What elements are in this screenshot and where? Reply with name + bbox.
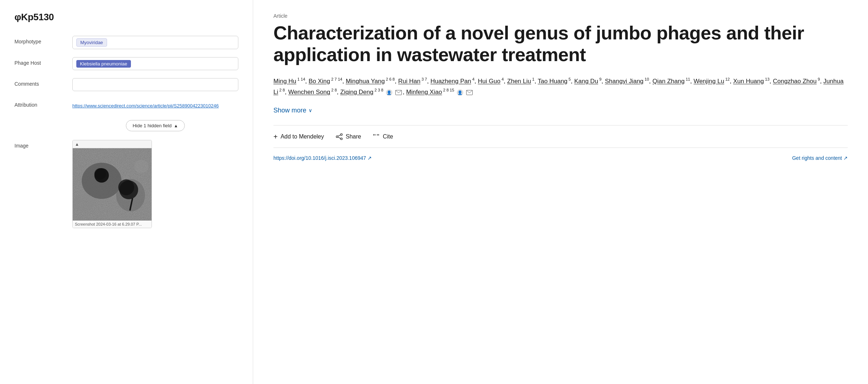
rights-link[interactable]: Get rights and content ↗ <box>792 155 848 161</box>
author-minghua-yang[interactable]: Minghua Yang <box>346 78 385 85</box>
morphotype-label: Morphotype <box>14 36 72 44</box>
author-bo-xing[interactable]: Bo Xing <box>309 78 330 85</box>
attribution-row: Attribution https://www.sciencedirect.co… <box>14 99 238 112</box>
image-label: Image <box>14 140 72 149</box>
author-huazheng-pan[interactable]: Huazheng Pan <box>430 78 471 85</box>
morphotype-tag[interactable]: Myoviridae <box>76 38 107 47</box>
author-sup-18: 2 8 15 <box>442 88 454 93</box>
external-link-icon: ↗ <box>367 155 372 161</box>
author-sup-1: 1 14 <box>296 77 305 81</box>
author-sup-7: 1 <box>531 77 534 81</box>
add-to-mendeley-button[interactable]: + Add to Mendeley <box>273 133 324 141</box>
image-section: Image ▲ <box>14 140 238 228</box>
author-sup-16: 2 8 <box>330 88 337 93</box>
author-tao-huang[interactable]: Tao Huang <box>538 78 567 85</box>
cite-icon: " " <box>373 133 380 140</box>
cite-label: Cite <box>383 133 393 140</box>
author-sup-10: 10 <box>643 77 649 81</box>
author-sup-12: 12 <box>724 77 729 81</box>
chevron-up-icon: ▲ <box>174 123 178 128</box>
author-hui-guo[interactable]: Hui Guo <box>478 78 500 85</box>
attribution-label: Attribution <box>14 99 72 108</box>
show-more-label: Show more <box>273 107 306 114</box>
article-title: Characterization of a novel genus of jum… <box>273 22 848 66</box>
divider-2 <box>273 148 848 148</box>
morphotype-value[interactable]: Myoviridae <box>72 36 238 49</box>
person-icon-2[interactable]: 👤 <box>457 89 463 96</box>
plus-icon: + <box>273 133 278 141</box>
comments-value[interactable] <box>72 78 238 91</box>
phage-host-tag[interactable]: Klebsiella pneumoniae <box>76 60 131 68</box>
left-panel: φKp5130 Morphotype Myoviridae Phage Host… <box>0 0 253 384</box>
author-shangyi-jiang[interactable]: Shangyi Jiang <box>605 78 644 85</box>
show-more-button[interactable]: Show more ∨ <box>273 107 312 114</box>
morphotype-row: Morphotype Myoviridae <box>14 36 238 49</box>
image-top-bar: ▲ <box>73 140 152 148</box>
rights-label: Get rights and content <box>792 155 842 161</box>
comments-row: Comments <box>14 78 238 91</box>
right-panel: Article Characterization of a novel genu… <box>253 0 868 384</box>
author-sup-2: 2 7 14 <box>330 77 342 81</box>
hide-field-button[interactable]: Hide 1 hidden field ▲ <box>126 120 185 131</box>
author-sup-11: 11 <box>685 77 690 81</box>
image-caption: Screenshot 2024-03-16 at 6.29.07 P... <box>73 221 152 228</box>
chevron-down-icon: ∨ <box>309 107 312 113</box>
add-to-mendeley-label: Add to Mendeley <box>281 133 324 140</box>
attribution-link[interactable]: https://www.sciencedirect.com/science/ar… <box>72 103 219 108</box>
author-wenchen-song[interactable]: Wenchen Song <box>288 89 330 95</box>
article-type: Article <box>273 13 848 19</box>
svg-text:": " <box>376 133 380 140</box>
author-sup-13: 13 <box>764 77 769 81</box>
svg-line-16 <box>338 137 341 138</box>
doi-text: https://doi.org/10.1016/j.isci.2023.1069… <box>273 155 366 161</box>
author-kang-du[interactable]: Kang Du <box>574 78 598 85</box>
author-rui-han[interactable]: Rui Han <box>398 78 420 85</box>
person-icon-1[interactable]: 👤 <box>386 89 392 96</box>
cite-button[interactable]: " " Cite <box>373 133 393 140</box>
svg-point-13 <box>340 134 342 136</box>
author-sup-15: 2 8 <box>278 88 285 93</box>
em-svg <box>73 148 152 221</box>
image-container: ▲ <box>72 140 152 228</box>
author-sup-6: 4 <box>501 77 504 81</box>
email-icon-2[interactable] <box>466 90 473 95</box>
author-sup-8: 5 <box>567 77 571 81</box>
svg-point-10 <box>134 160 149 173</box>
author-qian-zhang[interactable]: Qian Zhang <box>652 78 685 85</box>
authors-section: Ming Hu 1 14, Bo Xing 2 7 14, Minghua Ya… <box>273 76 848 98</box>
external-arrow-icon: ↗ <box>843 155 848 161</box>
phage-host-label: Phage Host <box>14 57 72 66</box>
svg-text:": " <box>373 133 376 140</box>
author-minfeng-xiao[interactable]: Minfeng Xiao <box>406 89 442 95</box>
author-sup-3: 2 6 8 <box>385 77 395 81</box>
svg-point-7 <box>94 168 106 180</box>
email-icon-1[interactable] <box>395 90 402 95</box>
comments-label: Comments <box>14 78 72 87</box>
author-ziqing-deng[interactable]: Ziqing Deng <box>340 89 374 95</box>
svg-point-15 <box>336 136 338 138</box>
author-xun-huang[interactable]: Xun Huang <box>733 78 764 85</box>
em-image <box>73 148 152 221</box>
page-title: φKp5130 <box>14 12 238 23</box>
hide-field-label: Hide 1 hidden field <box>133 123 172 128</box>
triangle-icon: ▲ <box>75 142 79 147</box>
svg-point-9 <box>73 193 94 212</box>
doi-link[interactable]: https://doi.org/10.1016/j.isci.2023.1069… <box>273 155 372 161</box>
svg-line-17 <box>338 135 341 136</box>
author-wenjing-lu[interactable]: Wenjing Lu <box>694 78 724 85</box>
phage-host-value[interactable]: Klebsiella pneumoniae <box>72 57 238 70</box>
author-sup-14: 9 <box>817 77 820 81</box>
share-label: Share <box>346 133 361 140</box>
attribution-value: https://www.sciencedirect.com/science/ar… <box>72 99 238 112</box>
hide-field-section: Hide 1 hidden field ▲ <box>72 120 238 131</box>
author-sup-9: 9 <box>598 77 601 81</box>
author-congzhao-zhou[interactable]: Congzhao Zhou <box>773 78 817 85</box>
author-sup-4: 3 7 <box>420 77 427 81</box>
divider <box>273 125 848 125</box>
share-button[interactable]: Share <box>336 133 361 140</box>
author-zhen-liu[interactable]: Zhen Liu <box>507 78 531 85</box>
author-ming-hu[interactable]: Ming Hu <box>273 78 296 85</box>
svg-point-14 <box>340 138 342 140</box>
svg-point-5 <box>118 179 134 195</box>
share-icon <box>336 133 343 140</box>
